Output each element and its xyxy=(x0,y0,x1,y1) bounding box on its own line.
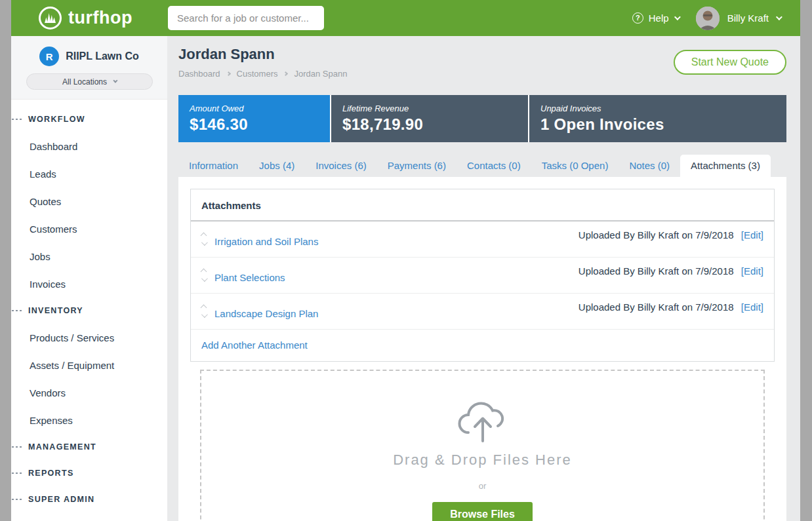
breadcrumb-current: Jordan Spann xyxy=(294,69,347,79)
sidebar-item-dashboard[interactable]: Dashboard xyxy=(11,132,167,160)
grass-logo-icon xyxy=(39,7,62,29)
chevron-down-icon[interactable] xyxy=(201,311,208,318)
sidebar-item-vendors[interactable]: Vendors xyxy=(11,379,167,406)
chevron-down-icon xyxy=(776,14,782,20)
search-input[interactable] xyxy=(168,6,324,30)
tab-attachments[interactable]: Attachments (3) xyxy=(680,155,771,177)
attachment-meta: Uploaded By Billy Kraft on 7/9/2018 [Edi… xyxy=(579,229,763,241)
cloud-upload-icon xyxy=(455,402,511,444)
sidebar-item-products-services[interactable]: Products / Services xyxy=(11,324,167,351)
sidebar-item-assets-equipment[interactable]: Assets / Equipment xyxy=(11,351,167,379)
location-selector[interactable]: All Locations xyxy=(26,73,153,90)
sidebar-section-super-admin[interactable]: SUPER ADMIN xyxy=(11,486,167,512)
attachment-row: Plant Selections Uploaded By Billy Kraft… xyxy=(191,258,774,294)
company-name: RIIPL Lawn Co xyxy=(66,50,139,62)
sidebar-section-workflow[interactable]: WORKFLOW xyxy=(11,106,167,132)
help-label: Help xyxy=(649,12,669,24)
start-new-quote-button[interactable]: Start New Quote xyxy=(674,50,786,75)
attachment-meta: Uploaded By Billy Kraft on 7/9/2018 [Edi… xyxy=(579,301,763,313)
tab-tasks[interactable]: Tasks (0 Open) xyxy=(531,155,619,177)
chevron-down-icon xyxy=(113,79,117,83)
attachments-card-title: Attachments xyxy=(191,189,774,222)
stat-lifetime-revenue: Lifetime Revenue $18,719.90 xyxy=(331,95,528,142)
attachment-link[interactable]: Irrigation and Soil Plans xyxy=(214,236,318,247)
sidebar-item-leads[interactable]: Leads xyxy=(11,160,167,187)
attachment-row: Irrigation and Soil Plans Uploaded By Bi… xyxy=(191,222,774,258)
sidebar-section-management[interactable]: MANAGEMENT xyxy=(11,434,167,460)
section-dashes-icon xyxy=(12,119,23,120)
sidebar: R RIIPL Lawn Co All Locations WORKFLOW D… xyxy=(11,36,167,521)
section-dashes-icon xyxy=(12,499,23,500)
stat-unpaid-invoices: Unpaid Invoices 1 Open Invoices xyxy=(529,95,786,142)
breadcrumb-dashboard[interactable]: Dashboard xyxy=(178,69,220,79)
chevron-down-icon[interactable] xyxy=(201,275,208,282)
tab-contacts[interactable]: Contacts (0) xyxy=(457,155,531,177)
chevron-up-icon[interactable] xyxy=(201,268,207,275)
company-badge: R xyxy=(39,47,59,66)
chevron-down-icon[interactable] xyxy=(201,239,208,246)
avatar[interactable] xyxy=(696,7,720,30)
browse-files-button[interactable]: Browse Files xyxy=(432,502,533,521)
stat-amount-owed: Amount Owed $146.30 xyxy=(178,95,330,142)
user-name: Billy Kraft xyxy=(727,12,769,24)
stats-bar: Amount Owed $146.30 Lifetime Revenue $18… xyxy=(178,95,786,142)
attachments-panel: Attachments Irrigation and Soil Plans Up… xyxy=(178,177,786,521)
chevron-up-icon[interactable] xyxy=(201,232,207,239)
company-row: R RIIPL Lawn Co xyxy=(39,47,139,66)
section-dashes-icon xyxy=(12,310,23,311)
user-menu[interactable]: Billy Kraft xyxy=(727,12,781,24)
sidebar-item-invoices[interactable]: Invoices xyxy=(11,270,167,298)
attachment-row: Landscape Design Plan Uploaded By Billy … xyxy=(191,294,774,330)
sidebar-item-quotes[interactable]: Quotes xyxy=(11,187,167,215)
brand-wordmark: turfhop xyxy=(68,8,132,28)
sidebar-item-expenses[interactable]: Expenses xyxy=(11,406,167,434)
help-icon: ? xyxy=(632,12,643,24)
reorder-handle xyxy=(201,305,206,318)
right-gutter xyxy=(800,0,812,521)
attachment-link[interactable]: Landscape Design Plan xyxy=(214,308,318,319)
edit-link[interactable]: [Edit] xyxy=(741,229,763,241)
sidebar-item-customers[interactable]: Customers xyxy=(11,215,167,242)
sidebar-nav: WORKFLOW Dashboard Leads Quotes Customer… xyxy=(11,100,167,512)
chevron-right-icon xyxy=(226,71,231,76)
top-bar: turfhop ? Help Billy Kraft xyxy=(11,0,800,36)
edit-link[interactable]: [Edit] xyxy=(741,265,763,277)
tab-jobs[interactable]: Jobs (4) xyxy=(249,155,305,177)
tab-invoices[interactable]: Invoices (6) xyxy=(305,155,377,177)
breadcrumb: Dashboard Customers Jordan Spann xyxy=(178,69,347,79)
reorder-handle xyxy=(201,233,206,246)
sidebar-section-reports[interactable]: REPORTS xyxy=(11,460,167,486)
attachment-meta: Uploaded By Billy Kraft on 7/9/2018 [Edi… xyxy=(579,265,763,277)
sidebar-item-jobs[interactable]: Jobs xyxy=(11,242,167,270)
page-title: Jordan Spann xyxy=(178,46,275,63)
dropzone-or-label: or xyxy=(479,481,487,491)
chevron-down-icon xyxy=(674,14,681,20)
attachment-link[interactable]: Plant Selections xyxy=(214,272,285,283)
left-gutter xyxy=(0,0,11,521)
chevron-up-icon[interactable] xyxy=(201,304,207,311)
tab-notes[interactable]: Notes (0) xyxy=(619,155,680,177)
sidebar-company-block: R RIIPL Lawn Co All Locations xyxy=(11,36,167,100)
brand-logo[interactable]: turfhop xyxy=(39,7,132,29)
breadcrumb-customers[interactable]: Customers xyxy=(237,69,278,79)
edit-link[interactable]: [Edit] xyxy=(741,301,763,313)
location-selector-label: All Locations xyxy=(62,77,107,87)
file-dropzone[interactable]: Drag & Drop Files Here or Browse Files xyxy=(200,370,765,521)
help-menu[interactable]: ? Help xyxy=(632,12,679,24)
sidebar-section-inventory[interactable]: INVENTORY xyxy=(11,298,167,324)
chevron-right-icon xyxy=(283,71,288,76)
reorder-handle xyxy=(201,269,206,282)
add-attachment-link[interactable]: Add Another Attachment xyxy=(191,330,774,361)
tab-bar: Information Jobs (4) Invoices (6) Paymen… xyxy=(178,155,771,177)
tab-information[interactable]: Information xyxy=(178,155,249,177)
dropzone-title: Drag & Drop Files Here xyxy=(393,452,572,469)
attachments-card: Attachments Irrigation and Soil Plans Up… xyxy=(190,189,775,362)
section-dashes-icon xyxy=(12,446,23,448)
tab-payments[interactable]: Payments (6) xyxy=(377,155,457,177)
section-dashes-icon xyxy=(12,473,23,474)
main-content: Jordan Spann Dashboard Customers Jordan … xyxy=(167,36,800,521)
topbar-right: ? Help Billy Kraft xyxy=(632,0,781,36)
